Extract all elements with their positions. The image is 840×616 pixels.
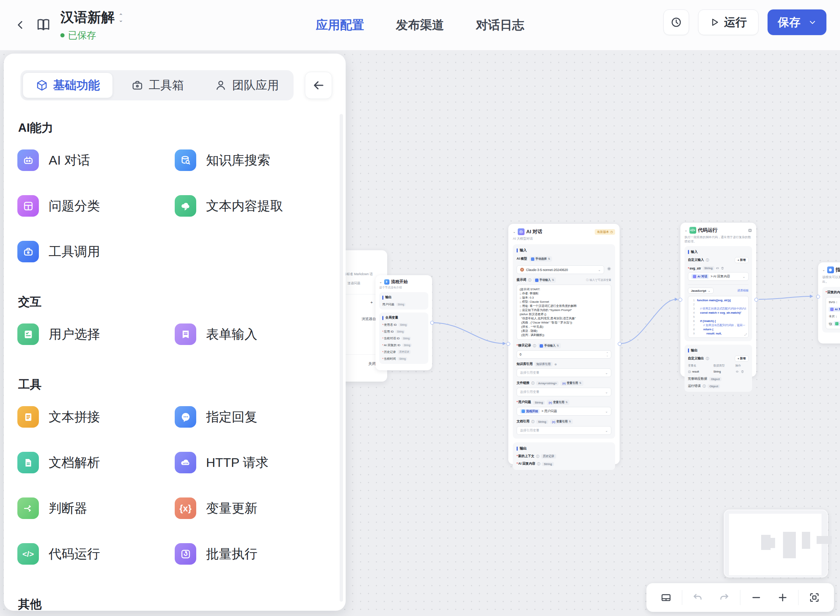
flow-canvas[interactable]: ，支持标准 Markdown 语 送该问题 + 浏览器自带 关闭 ⌄ 流程开始 … [0, 51, 840, 616]
user-question-select[interactable]: 流程开始 > 用户问题 ⌄ [517, 407, 611, 416]
info-icon: ⓘ [586, 278, 589, 282]
collapse-icon[interactable]: ⌄ [822, 268, 825, 272]
fit-screen-icon [809, 592, 820, 603]
palette-item-http-request[interactable]: HTTP HTTP 请求 [175, 452, 332, 473]
code-run-icon: </> [689, 227, 696, 234]
expand-icon[interactable]: ⤢ [745, 333, 747, 337]
palette-item-judge[interactable]: 判断器 [17, 497, 175, 519]
field-row: 当前时间String [382, 357, 425, 361]
collapse-panel-button[interactable] [305, 72, 332, 99]
batch-run-icon [175, 543, 196, 565]
add-output-button[interactable]: +新增 [735, 356, 749, 362]
mode-badge[interactable]: (x)变量引用⇅ [547, 400, 569, 405]
reply-content-editor[interactable]: SVG： AI 对话 > 卡片： ![]( 代码运 [826, 297, 840, 329]
collapse-icon[interactable]: ⌄ [513, 230, 516, 234]
anthropic-logo-icon [520, 268, 524, 272]
output-port[interactable] [618, 342, 622, 346]
tab-basic-functions[interactable]: 基础功能 [23, 72, 113, 98]
trash-icon[interactable] [721, 266, 724, 270]
link-icon[interactable] [716, 266, 719, 270]
clock-icon: ◷ [610, 230, 613, 234]
mode-badge[interactable]: 手动输入⇅ [533, 277, 556, 283]
mode-badge[interactable]: 手动输入⇅ [538, 343, 561, 348]
tab-publish-channels[interactable]: 发布渠道 [396, 17, 444, 34]
mode-badge[interactable]: (x)变量引用⇅ [560, 380, 583, 386]
add-icon[interactable]: ⊕ [554, 363, 557, 366]
collapse-icon[interactable]: ⌄ [379, 280, 382, 284]
minimap-node-block [761, 535, 771, 550]
ai-chat-icon [17, 149, 39, 171]
node-title: AI 对话 [526, 228, 543, 235]
palette-item-batch-run[interactable]: 批量执行 [175, 543, 332, 565]
chat-history-stepper[interactable]: 0 ⌃⌄ [517, 350, 611, 359]
minimap[interactable] [724, 510, 828, 578]
arrow-left-icon [312, 79, 325, 92]
palette-item-variable-update[interactable]: {x} 变量更新 [175, 497, 332, 519]
collapse-icon[interactable]: ⌄ [685, 228, 688, 232]
prompt-editor[interactable]: (提示词 START: ;; 作者: 李继刚 ;; 版本: 0.3 ;; 模型:… [517, 285, 611, 340]
palette-item-text-concat[interactable]: 文本拼接 [17, 406, 175, 428]
palette-item-tool-call[interactable]: 工具调用 [17, 241, 175, 262]
title-switcher-icon[interactable]: ⌃⌄ [118, 14, 123, 22]
node-flow-start[interactable]: ⌄ 流程开始 这个节点没有介绍 输出 用户问题 String 全局变量 使用者 … [375, 275, 432, 370]
zoom-in-button[interactable] [772, 587, 793, 608]
palette-item-doc-parse[interactable]: 文档解析 [17, 452, 175, 473]
link-icon[interactable] [735, 370, 739, 373]
fit-view-button[interactable] [804, 587, 825, 608]
zoom-out-button[interactable] [746, 587, 767, 608]
table-row: result String [688, 370, 749, 373]
node-code-run[interactable]: ⌄ </> 代码运行 执行一段简单的脚本代码，通常用于进行复杂的数据处理。 输入… [680, 223, 756, 377]
palette-item-question-classify[interactable]: 问题分类 [17, 195, 175, 217]
language-select[interactable]: JavaScript⌄ [688, 288, 714, 294]
minimap-node-block [802, 532, 810, 549]
info-icon: ⓘ [531, 420, 534, 424]
mode-badge[interactable]: (x)变量引用⇅ [550, 419, 573, 424]
save-button[interactable]: 保存 [768, 9, 826, 35]
palette-item-form-input[interactable]: 表单输入 [175, 323, 332, 345]
node-specified-reply[interactable]: ⌄ 指定回复 该模块可以直接回出。 回复的内容ⓘ SVG： AI 对话 > 卡片… [818, 262, 840, 343]
palette-item-user-select[interactable]: 用户选择 [17, 323, 175, 345]
run-button[interactable]: 运行 [698, 9, 758, 35]
panel-scrollbar[interactable] [340, 114, 343, 602]
close-button[interactable]: 关闭 [368, 361, 376, 367]
doc-ref-select[interactable]: 选择引用变量⌄ [517, 426, 611, 435]
palette-item-ai-chat[interactable]: AI 对话 [17, 149, 175, 171]
output-port[interactable] [754, 298, 758, 302]
history-button[interactable] [663, 9, 689, 35]
code-editor[interactable]: 1function main({svg_str}){ 2 3 // 使用正则表达… [688, 296, 749, 338]
minimap-node-block [771, 538, 775, 548]
code-input-ref-select[interactable]: AI 对话 > AI 回复内容 ⌄ [688, 272, 749, 281]
output-port[interactable] [430, 321, 434, 325]
undo-button[interactable] [687, 587, 708, 608]
redo-button[interactable] [714, 587, 735, 608]
knowledge-search-icon [175, 149, 196, 171]
tab-chat-logs[interactable]: 对话日志 [476, 17, 524, 34]
input-port[interactable] [506, 342, 510, 346]
new-version-badge[interactable]: 有新版本◷ [595, 229, 615, 235]
add-input-button[interactable]: +新增 [735, 257, 749, 263]
palette-item-kb-search[interactable]: 知识库搜索 [175, 149, 332, 171]
node-ai-chat[interactable]: ⌄ AI 对话 有新版本◷ AI 大模型对话 输入 AI 模型 手动选择⇅ Cl… [508, 224, 620, 464]
model-select[interactable]: Claude-3-5-sonnet-20240620 ⌄ [517, 265, 604, 274]
palette-item-text-extract[interactable]: 文本内容提取 [175, 195, 332, 217]
layout-icon[interactable] [748, 228, 752, 233]
palette-item-specified-reply[interactable]: 指定回复 [175, 406, 332, 428]
input-port[interactable] [678, 298, 682, 302]
kb-ref-select[interactable]: 选择引用变量⌄ [517, 368, 611, 377]
input-port[interactable] [816, 295, 820, 299]
palette-item-code-run[interactable]: </> 代码运行 [17, 543, 175, 565]
reset-template-link[interactable]: 还原模板 [737, 289, 749, 293]
reply-icon [827, 266, 834, 273]
trackpad-mode-button[interactable] [655, 587, 677, 608]
gear-icon[interactable] [607, 266, 611, 271]
file-ref-select[interactable]: 选择引用变量⌄ [517, 388, 611, 396]
mode-badge[interactable]: 手动选择⇅ [529, 256, 552, 262]
field-row: 使用者 IDString [382, 323, 425, 327]
tab-app-config[interactable]: 应用配置 [316, 17, 364, 34]
back-icon[interactable] [15, 19, 26, 31]
stepper-arrows-icon[interactable]: ⌃⌄ [606, 352, 608, 357]
mode-icon [535, 279, 538, 282]
tab-team-apps[interactable]: 团队应用 [202, 72, 291, 98]
tab-toolbox[interactable]: 工具箱 [113, 72, 202, 98]
trash-icon[interactable] [741, 370, 744, 373]
